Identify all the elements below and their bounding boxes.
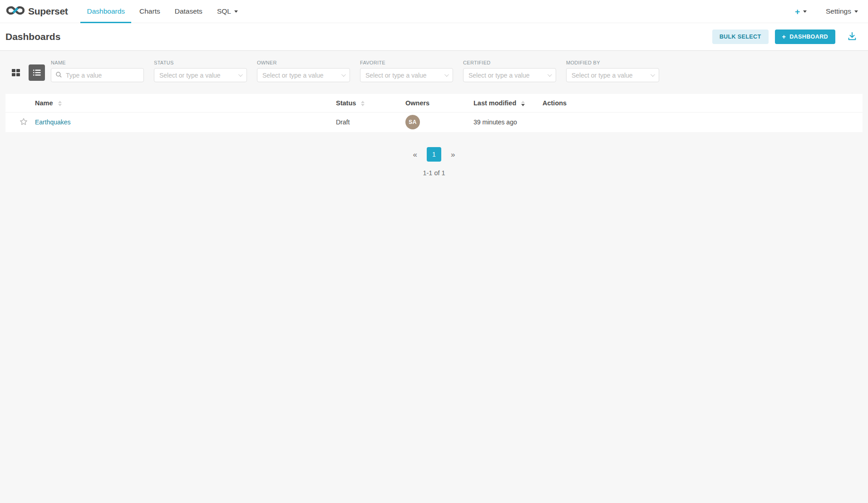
column-label: Actions <box>542 99 567 107</box>
star-icon[interactable] <box>19 120 28 128</box>
nav-tab-datasets[interactable]: Datasets <box>168 0 210 23</box>
sort-icon <box>58 101 62 106</box>
select-placeholder: Select or type a value <box>572 72 633 79</box>
table-header-row: Name Status Owners Last modified <box>5 94 863 112</box>
card-view-icon[interactable] <box>8 64 24 81</box>
filter-label: STATUS <box>154 60 247 65</box>
chevron-down-icon <box>444 72 449 77</box>
last-modified-cell: 39 minutes ago <box>473 112 542 132</box>
select-placeholder: Select or type a value <box>365 72 427 79</box>
dashboards-table-card: Name Status Owners Last modified <box>5 94 863 132</box>
column-header-last-modified[interactable]: Last modified <box>473 94 542 112</box>
page-title: Dashboards <box>5 31 60 42</box>
brand-name: Superset <box>28 6 68 17</box>
previous-page-button[interactable]: « <box>410 149 420 160</box>
main-nav-tabs: Dashboards Charts Datasets SQL <box>79 0 245 23</box>
select-placeholder: Select or type a value <box>262 72 324 79</box>
content-area: NAME STATUS Select or type a value <box>0 51 868 503</box>
nav-tab-dashboards[interactable]: Dashboards <box>79 0 132 23</box>
page-1-button[interactable]: 1 <box>427 147 441 162</box>
filters: NAME STATUS Select or type a value <box>51 60 659 82</box>
owners-cell: SA <box>405 112 473 132</box>
superset-logo[interactable]: Superset <box>6 5 68 18</box>
dashboard-name-cell: Earthquakes <box>35 112 336 132</box>
filter-favorite: FAVORITE Select or type a value <box>360 60 453 82</box>
favorite-filter-select[interactable]: Select or type a value <box>360 68 453 82</box>
sort-desc-icon <box>521 101 525 106</box>
filter-bar: NAME STATUS Select or type a value <box>0 51 868 82</box>
sort-icon <box>361 101 365 106</box>
favorite-column-header <box>5 94 35 112</box>
name-filter-input[interactable] <box>51 68 144 82</box>
bulk-select-button[interactable]: BULK SELECT <box>712 30 769 44</box>
next-page-button[interactable]: » <box>448 149 458 160</box>
nav-tab-label: Dashboards <box>87 7 125 15</box>
nav-tab-sql[interactable]: SQL <box>210 0 245 23</box>
new-dashboard-label: DASHBOARD <box>789 34 828 40</box>
search-icon <box>55 71 62 80</box>
chevron-down-icon <box>238 72 243 77</box>
certified-filter-select[interactable]: Select or type a value <box>463 68 556 82</box>
nav-tab-label: Charts <box>139 7 160 15</box>
filter-label: NAME <box>51 60 144 65</box>
filter-modified-by: MODIFIED BY Select or type a value <box>566 60 659 82</box>
settings-menu-button[interactable]: Settings <box>826 7 858 15</box>
column-label: Owners <box>405 99 429 107</box>
column-label: Last modified <box>473 99 516 107</box>
column-header-actions: Actions <box>542 94 863 112</box>
filter-certified: CERTIFIED Select or type a value <box>463 60 556 82</box>
nav-tab-label: SQL <box>217 7 231 15</box>
pagination: « 1 » <box>0 147 868 162</box>
plus-icon: + <box>795 7 800 16</box>
column-header-name[interactable]: Name <box>35 94 336 112</box>
table-row: Earthquakes Draft SA 39 minutes ago <box>5 112 863 132</box>
chevron-down-icon <box>234 10 238 13</box>
nav-right: + Settings <box>795 7 868 16</box>
import-download-icon <box>847 31 857 43</box>
column-header-owners: Owners <box>405 94 473 112</box>
filter-name: NAME <box>51 60 144 82</box>
select-placeholder: Select or type a value <box>159 72 221 79</box>
status-filter-select[interactable]: Select or type a value <box>154 68 247 82</box>
page-header-actions: BULK SELECT + DASHBOARD <box>712 30 859 44</box>
settings-label: Settings <box>826 7 851 15</box>
chevron-down-icon <box>854 10 858 13</box>
owner-avatar[interactable]: SA <box>405 115 420 129</box>
favorite-cell <box>5 112 35 132</box>
owner-filter-select[interactable]: Select or type a value <box>257 68 350 82</box>
pagination-summary: 1-1 of 1 <box>0 169 868 177</box>
new-dashboard-button[interactable]: + DASHBOARD <box>775 30 835 44</box>
plus-icon: + <box>782 33 786 40</box>
column-label: Status <box>336 99 356 107</box>
filter-label: MODIFIED BY <box>566 60 659 65</box>
nav-tab-charts[interactable]: Charts <box>132 0 168 23</box>
select-placeholder: Select or type a value <box>469 72 530 79</box>
superset-infinity-icon <box>6 5 25 18</box>
new-item-menu-button[interactable]: + <box>795 7 807 16</box>
nav-tab-label: Datasets <box>175 7 202 15</box>
status-cell: Draft <box>336 112 405 132</box>
filter-status: STATUS Select or type a value <box>154 60 247 82</box>
view-mode-toggles <box>8 64 45 81</box>
page-header: Dashboards BULK SELECT + DASHBOARD <box>0 23 868 51</box>
chevron-down-icon <box>341 72 346 77</box>
chevron-down-icon <box>651 72 655 77</box>
import-dashboard-button[interactable] <box>845 30 859 44</box>
dashboards-table: Name Status Owners Last modified <box>5 94 863 132</box>
bulk-select-label: BULK SELECT <box>720 34 761 40</box>
modified-by-filter-select[interactable]: Select or type a value <box>566 68 659 82</box>
actions-cell <box>542 112 863 132</box>
list-view-icon[interactable] <box>29 64 45 81</box>
dashboard-link[interactable]: Earthquakes <box>35 118 71 126</box>
filter-label: OWNER <box>257 60 350 65</box>
chevron-down-icon <box>803 10 807 13</box>
column-header-status[interactable]: Status <box>336 94 405 112</box>
filter-label: FAVORITE <box>360 60 453 65</box>
chevron-down-icon <box>547 72 552 77</box>
column-label: Name <box>35 99 53 107</box>
filter-owner: OWNER Select or type a value <box>257 60 350 82</box>
filter-label: CERTIFIED <box>463 60 556 65</box>
top-nav: Superset Dashboards Charts Datasets SQL … <box>0 0 868 23</box>
